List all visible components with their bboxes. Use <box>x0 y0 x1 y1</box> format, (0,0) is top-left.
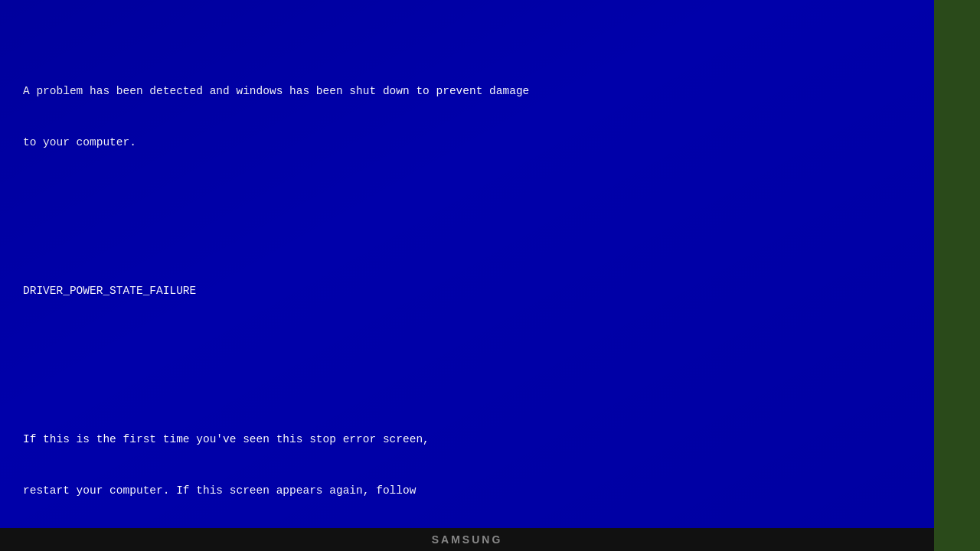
error-code-block: DRIVER_POWER_STATE_FAILURE <box>23 248 911 334</box>
bottom-edge: SAMSUNG <box>0 528 934 551</box>
intro-block: A problem has been detected and windows … <box>23 48 911 186</box>
bsod-content: A problem has been detected and windows … <box>23 14 911 528</box>
error-code: DRIVER_POWER_STATE_FAILURE <box>23 282 911 299</box>
intro-line1: A problem has been detected and windows … <box>23 83 911 99</box>
para1-line2: restart your computer. If this screen ap… <box>23 482 911 499</box>
screen-wrapper: A problem has been detected and windows … <box>0 0 980 551</box>
bsod-area: A problem has been detected and windows … <box>0 0 934 528</box>
para1-block: If this is the first time you've seen th… <box>23 396 911 528</box>
samsung-logo: SAMSUNG <box>432 533 503 546</box>
intro-line2: to your computer. <box>23 134 911 151</box>
para1-line1: If this is the first time you've seen th… <box>23 431 911 448</box>
right-edge-background <box>934 0 980 551</box>
